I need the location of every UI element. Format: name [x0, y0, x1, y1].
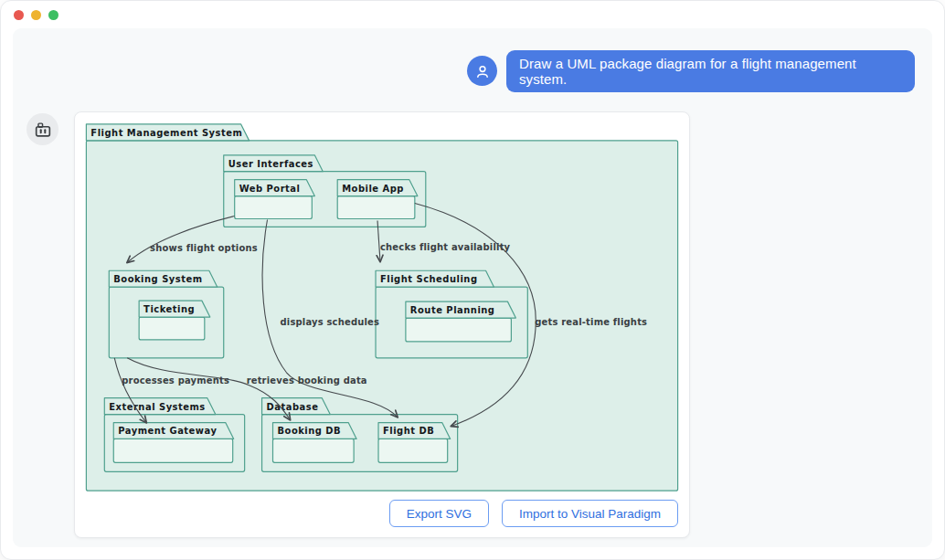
package-label-ticketing: Ticketing — [143, 304, 195, 314]
package-ticketing: Ticketing — [139, 301, 210, 340]
package-label-database: Database — [267, 402, 319, 412]
export-svg-button[interactable]: Export SVG — [389, 500, 489, 527]
app-window: Draw a UML package diagram for a flight … — [0, 0, 945, 560]
robot-icon — [33, 120, 53, 140]
zoom-button[interactable] — [48, 10, 58, 20]
minimize-button[interactable] — [31, 10, 41, 20]
edge-label-displays-schedules: displays schedules — [280, 317, 379, 327]
package-label-payment-gateway: Payment Gateway — [118, 426, 217, 436]
user-message-bubble: Draw a UML package diagram for a flight … — [506, 50, 915, 92]
package-label-booking-db: Booking DB — [277, 426, 341, 436]
package-label-mobile-app: Mobile App — [342, 184, 404, 194]
package-route-planning: Route Planning — [406, 301, 515, 342]
package-mobile-app: Mobile App — [337, 180, 418, 219]
edge-label-retrieves-booking-data: retrieves booking data — [247, 375, 367, 386]
package-label-flight-management-system: Flight Management System — [90, 128, 242, 138]
diagram-actions: Export SVG Import to Visual Paradigm — [389, 500, 678, 527]
package-label-user-interfaces: User Interfaces — [228, 159, 313, 169]
person-icon — [473, 62, 492, 80]
package-label-booking-system: Booking System — [113, 274, 202, 284]
uml-package-diagram: Flight Management SystemUser InterfacesW… — [75, 112, 689, 537]
package-label-web-portal: Web Portal — [239, 184, 301, 194]
package-label-route-planning: Route Planning — [410, 305, 495, 315]
import-visual-paradigm-button[interactable]: Import to Visual Paradigm — [502, 500, 678, 527]
edge-label-gets-real-time-flights: gets real-time flights — [535, 317, 647, 327]
edge-label-shows-flight-options: shows flight options — [150, 243, 258, 253]
diagram-card: Flight Management SystemUser InterfacesW… — [74, 111, 690, 538]
package-label-external-systems: External Systems — [109, 402, 206, 412]
package-web-portal: Web Portal — [235, 180, 315, 219]
edge-label-checks-flight-availability: checks flight availability — [380, 242, 511, 252]
package-label-flight-scheduling: Flight Scheduling — [380, 274, 478, 284]
package-label-flight-db: Flight DB — [383, 426, 434, 436]
package-payment-gateway: Payment Gateway — [113, 423, 233, 463]
user-avatar — [467, 56, 497, 86]
close-button[interactable] — [14, 10, 24, 20]
window-controls — [14, 10, 58, 20]
package-flight-db: Flight DB — [378, 423, 451, 463]
package-booking-db: Booking DB — [273, 423, 357, 463]
bot-avatar — [27, 113, 58, 145]
